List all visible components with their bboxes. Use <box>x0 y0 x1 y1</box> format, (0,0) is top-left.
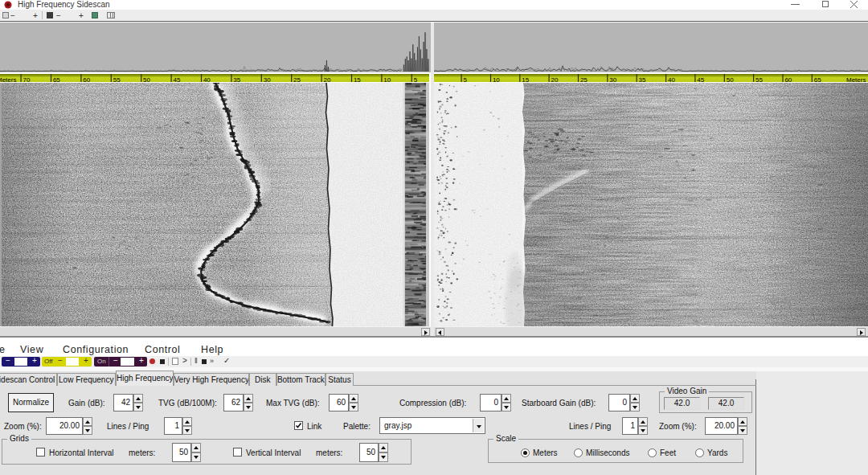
svg-text:5: 5 <box>464 76 468 83</box>
svg-text:20: 20 <box>551 76 559 83</box>
svg-text:45: 45 <box>174 76 181 83</box>
svg-text:65: 65 <box>53 76 60 83</box>
svg-text:55: 55 <box>113 76 121 83</box>
svg-text:50: 50 <box>143 76 150 83</box>
svg-text:40: 40 <box>668 76 675 83</box>
svg-text:20: 20 <box>324 76 331 83</box>
svg-text:70: 70 <box>23 76 31 83</box>
svg-text:5: 5 <box>414 76 418 83</box>
svg-text:45: 45 <box>697 76 704 83</box>
svg-text:Meters: Meters <box>846 76 866 83</box>
svg-text:35: 35 <box>639 76 646 83</box>
svg-text:65: 65 <box>814 76 821 83</box>
svg-text:60: 60 <box>83 76 90 83</box>
svg-text:55: 55 <box>755 76 763 83</box>
svg-text:50: 50 <box>727 76 734 83</box>
svg-text:Meters: Meters <box>0 76 16 83</box>
svg-text:10: 10 <box>493 76 500 83</box>
svg-text:25: 25 <box>580 76 588 83</box>
svg-text:30: 30 <box>264 76 271 83</box>
svg-text:10: 10 <box>383 76 391 83</box>
svg-text:60: 60 <box>784 76 792 83</box>
svg-text:15: 15 <box>522 76 529 83</box>
svg-text:15: 15 <box>354 76 361 83</box>
svg-text:30: 30 <box>609 76 616 83</box>
svg-text:40: 40 <box>203 76 211 83</box>
svg-text:25: 25 <box>293 76 301 83</box>
svg-text:35: 35 <box>233 76 240 83</box>
